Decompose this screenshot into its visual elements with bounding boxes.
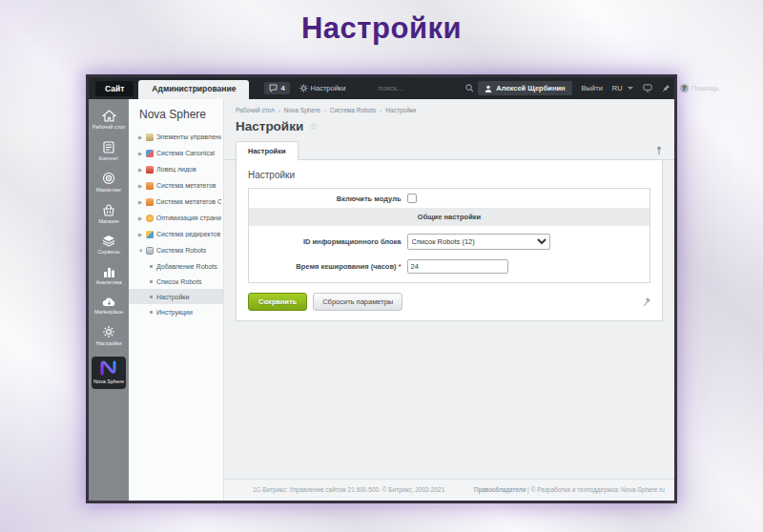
nova-sphere-logo xyxy=(99,360,118,376)
footer-rightsholders-link[interactable]: Правообладатели xyxy=(474,486,526,493)
bar-chart-icon xyxy=(103,266,115,277)
gear-icon xyxy=(102,325,115,338)
tab-bar: Настройки xyxy=(224,140,674,160)
help-label: Помощь xyxy=(691,84,719,92)
iblock-id-label: ID информационного блока xyxy=(257,237,407,246)
basket-icon xyxy=(102,204,115,216)
target-icon xyxy=(102,172,115,185)
menu-item-leads[interactable]: ▶ Ловец лидов xyxy=(129,161,223,177)
menu-item-redirects[interactable]: ▶ Система редиректов xyxy=(129,226,223,242)
tab-site[interactable]: Сайт xyxy=(95,81,134,96)
search-input[interactable] xyxy=(378,84,465,92)
save-button[interactable]: Сохранить xyxy=(248,293,307,311)
form-heading: Настройки xyxy=(248,170,650,180)
breadcrumb-nova-sphere[interactable]: Nova Sphere xyxy=(284,107,320,113)
search-box[interactable] xyxy=(378,84,474,92)
sidebar-item-settings[interactable]: Настройки xyxy=(89,320,129,353)
enable-module-checkbox[interactable] xyxy=(407,194,417,203)
chevron-right-icon: ▶ xyxy=(138,167,143,173)
chevron-right-icon: ▶ xyxy=(138,199,143,205)
chevron-right-icon: ▶ xyxy=(138,183,143,189)
controls-icon xyxy=(146,133,154,141)
menu-item-canonical[interactable]: ▶ Система Canonical xyxy=(129,145,223,161)
metatags-og-icon xyxy=(146,198,154,206)
cache-time-input[interactable] xyxy=(407,259,508,274)
content-page-title: Настройки xyxy=(236,119,303,133)
notification-bubble-icon xyxy=(269,84,278,92)
sidebar-item-desktop[interactable]: Рабочий стол xyxy=(89,105,129,136)
question-icon: ? xyxy=(680,84,689,92)
enable-module-label: Включить модуль xyxy=(257,194,407,203)
sidebar-item-shop[interactable]: Магазин xyxy=(89,199,129,231)
settings-panel: Настройки Включить модуль Общие настройк… xyxy=(236,160,663,321)
sidebar-item-services[interactable]: Сервисы xyxy=(89,230,129,261)
language-select[interactable]: RU xyxy=(612,84,633,92)
wrench-icon[interactable] xyxy=(643,297,650,307)
menu-item-metatags-og[interactable]: ▶ Система метатегов OG xyxy=(129,194,223,210)
logout-button[interactable]: Выйти xyxy=(582,84,603,92)
bullet-icon xyxy=(150,296,153,298)
cloud-icon xyxy=(102,297,116,307)
chevron-right-icon: ▶ xyxy=(138,151,143,156)
module-menu-title: Nova Sphere xyxy=(129,99,223,129)
notification-count: 4 xyxy=(280,84,284,92)
notifications-button[interactable]: 4 xyxy=(264,82,289,94)
search-icon[interactable] xyxy=(465,84,474,92)
layers-icon xyxy=(102,235,115,247)
pin-icon xyxy=(662,84,670,92)
bullet-icon xyxy=(150,311,153,314)
breadcrumb-robots[interactable]: Система Robots xyxy=(330,107,377,113)
sidebar-item-marketplace[interactable]: Marketplace xyxy=(89,292,129,321)
module-menu: Nova Sphere ▶ Элементы управления ▶ Сист… xyxy=(129,99,224,501)
pin-panel-button[interactable] xyxy=(662,84,670,92)
form-buttons: Сохранить Сбросить параметры xyxy=(248,293,650,311)
breadcrumb-separator: › xyxy=(324,108,326,113)
favorite-star-icon[interactable]: ☆ xyxy=(309,121,318,132)
menu-subitem-settings[interactable]: Настройки xyxy=(129,289,223,304)
settings-menu-button[interactable]: Настройки xyxy=(299,84,346,92)
menu-subitem-add-robots[interactable]: Добавление Robots xyxy=(129,258,223,274)
reset-button[interactable]: Сбросить параметры xyxy=(313,293,402,311)
tab-administration[interactable]: Администрирование xyxy=(138,80,249,99)
menu-subitem-robots-list[interactable]: Список Robots xyxy=(129,274,223,289)
icon-sidebar: Рабочий стол Контент Маркетинг Магазин С… xyxy=(89,99,129,501)
chevron-right-icon: ▶ xyxy=(138,215,143,221)
footer-copyright: 1С-Битрикс: Управление сайтом 21.600.500… xyxy=(253,486,444,493)
sidebar-item-content[interactable]: Контент xyxy=(89,136,129,168)
settings-menu-label: Настройки xyxy=(311,84,346,92)
clock-icon xyxy=(146,215,154,222)
user-icon xyxy=(485,85,492,92)
footer-separator: | xyxy=(527,486,529,493)
menu-subitem-instructions[interactable]: Инструкции xyxy=(129,304,223,319)
bullet-icon xyxy=(150,265,153,268)
sidebar-item-nova-sphere[interactable]: Nova Sphere xyxy=(89,353,129,396)
funnel-icon xyxy=(146,166,154,174)
iblock-id-select[interactable]: Список Robots (12) xyxy=(407,234,550,250)
sidebar-item-analytics[interactable]: Аналитика xyxy=(89,261,129,292)
robots-icon xyxy=(146,247,154,255)
admin-window: Сайт Администрирование 4 Настройки Алекс xyxy=(86,74,677,503)
menu-item-metatags[interactable]: ▶ Система метатегов xyxy=(129,177,223,194)
menu-item-controls[interactable]: ▶ Элементы управления xyxy=(129,129,223,145)
cache-time-label: Время кеширования (часов) * xyxy=(257,262,407,271)
help-button[interactable]: ? Помощь xyxy=(680,84,719,92)
chevron-right-icon: ▶ xyxy=(138,134,143,140)
page-title: Настройки xyxy=(0,11,763,46)
breadcrumb-settings[interactable]: Настройки xyxy=(385,107,416,113)
pin-icon[interactable] xyxy=(655,146,663,155)
site-view-button[interactable] xyxy=(643,84,652,92)
required-mark: * xyxy=(399,262,402,271)
sidebar-item-marketing[interactable]: Маркетинг xyxy=(89,167,129,199)
user-menu-button[interactable]: Алексей Щербинин xyxy=(478,81,571,95)
chevron-down-icon: ▼ xyxy=(138,248,143,254)
breadcrumb-desktop[interactable]: Рабочий стол xyxy=(236,107,275,113)
nova-sphere-tile[interactable]: Nova Sphere xyxy=(92,357,126,390)
monitor-icon xyxy=(643,84,652,92)
chevron-right-icon: ▶ xyxy=(138,232,143,237)
tab-settings[interactable]: Настройки xyxy=(236,141,299,160)
bullet-icon xyxy=(150,280,153,283)
footer-support: © Разработка и техподдержка: Nova-Sphere… xyxy=(531,486,665,493)
breadcrumb-separator: › xyxy=(278,108,280,113)
menu-item-page-optimization[interactable]: ▶ Оптимизация страниц xyxy=(129,210,223,226)
menu-item-robots[interactable]: ▼ Система Robots xyxy=(129,242,223,258)
